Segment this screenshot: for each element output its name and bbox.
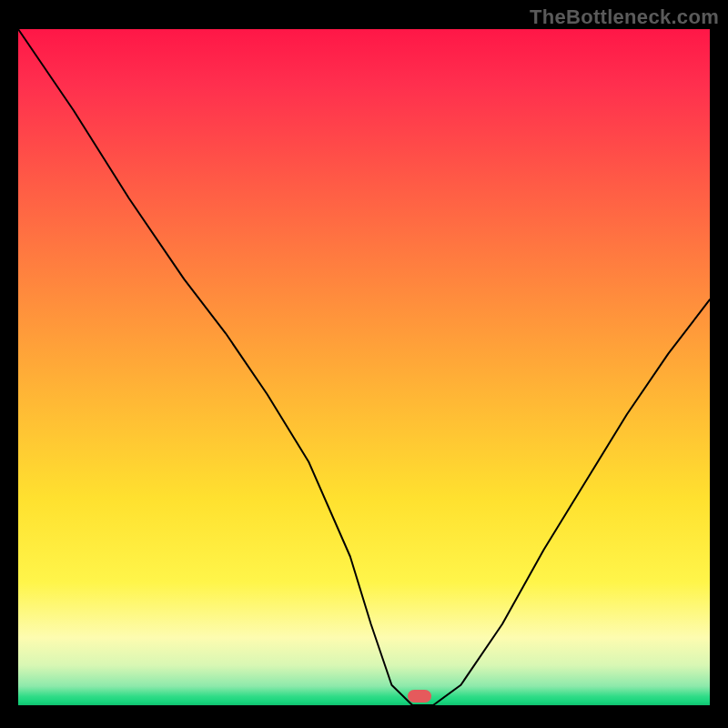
curve-svg (18, 29, 710, 721)
optimal-marker (408, 690, 431, 703)
watermark-text: TheBottleneck.com (530, 5, 719, 29)
plot-area (18, 29, 710, 721)
bottleneck-curve (18, 29, 710, 705)
chart-frame: TheBottleneck.com (0, 0, 728, 728)
